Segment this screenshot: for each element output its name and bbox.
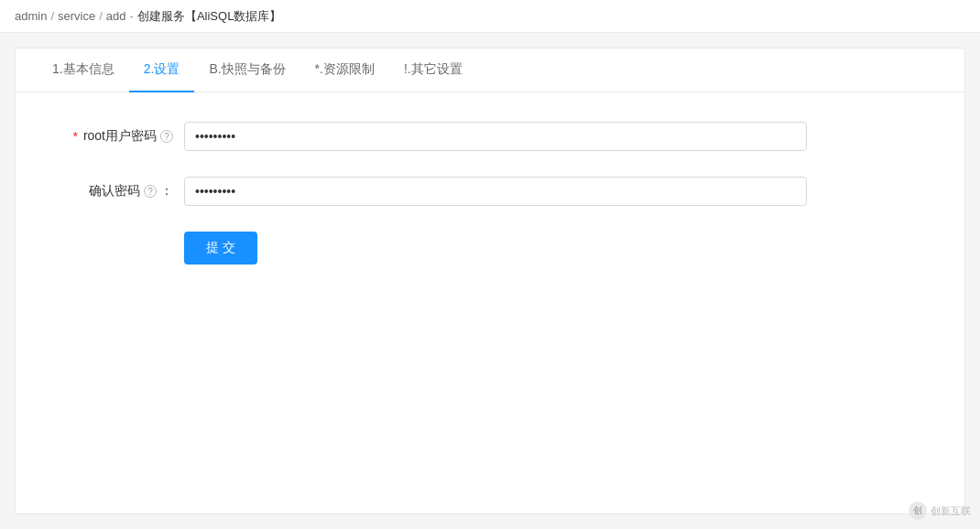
breadcrumb: admin / service / add - 创建服务【AliSQL数据库】	[0, 0, 980, 33]
confirm-password-input[interactable]	[184, 177, 807, 206]
root-password-label-text: root用户密码	[83, 128, 157, 145]
confirm-password-label-text: 确认密码	[89, 183, 140, 200]
tabs-bar: 1.基本信息 2.设置 B.快照与备份 *.资源限制 !.其它设置	[16, 49, 964, 92]
tab-snapshot[interactable]: B.快照与备份	[194, 49, 299, 92]
confirm-password-help-icon[interactable]: ?	[144, 185, 157, 198]
root-password-row: * root用户密码 ?	[16, 122, 964, 151]
confirm-password-label: 确认密码 ? ：	[38, 183, 184, 200]
form-area: * root用户密码 ? 确认密码 ? ： 提 交	[16, 92, 964, 294]
breadcrumb-sep-3: -	[130, 9, 134, 23]
submit-button[interactable]: 提 交	[184, 232, 257, 264]
breadcrumb-admin[interactable]: admin	[15, 9, 47, 23]
main-content: 1.基本信息 2.设置 B.快照与备份 *.资源限制 !.其它设置 * root…	[15, 48, 965, 514]
tab-other[interactable]: !.其它设置	[389, 49, 477, 92]
required-marker: *	[72, 129, 77, 144]
breadcrumb-sep-1: /	[50, 9, 54, 23]
logo-icon: 创	[909, 502, 927, 520]
root-password-label: * root用户密码 ?	[38, 128, 184, 145]
tab-resource[interactable]: *.资源限制	[300, 49, 389, 92]
btn-row: 提 交	[16, 232, 964, 264]
tab-settings[interactable]: 2.设置	[129, 49, 195, 92]
root-password-help-icon[interactable]: ?	[160, 130, 173, 143]
logo-text: 创新互联	[931, 504, 971, 518]
breadcrumb-add[interactable]: add	[106, 9, 126, 23]
root-password-input[interactable]	[184, 122, 807, 151]
bottom-logo: 创 创新互联	[909, 502, 971, 520]
confirm-password-row: 确认密码 ? ：	[16, 177, 964, 206]
breadcrumb-sep-2: /	[99, 9, 103, 23]
tab-basic[interactable]: 1.基本信息	[38, 49, 129, 92]
breadcrumb-service[interactable]: service	[58, 9, 95, 23]
breadcrumb-title: 创建服务【AliSQL数据库】	[137, 8, 281, 25]
